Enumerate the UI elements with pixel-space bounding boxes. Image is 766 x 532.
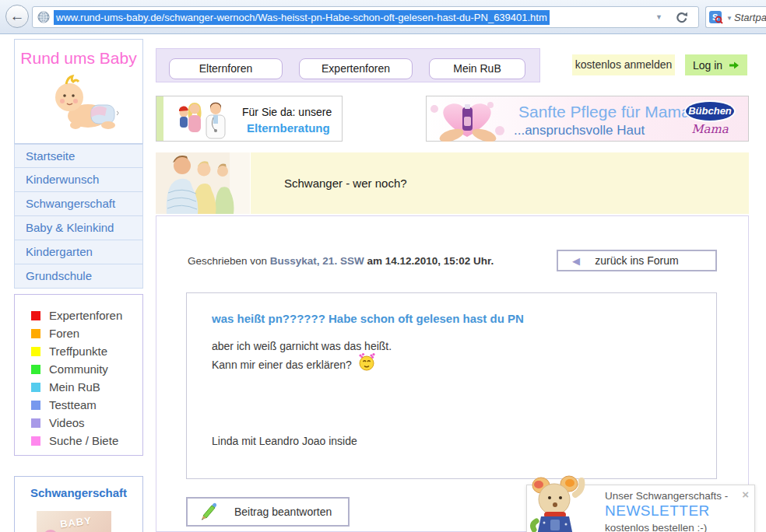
search-engine-label: Startpag (734, 12, 766, 23)
bullet-square-icon (31, 329, 40, 338)
login-label: Log in (693, 59, 722, 72)
back-arrow-icon: ← (10, 8, 25, 24)
search-input[interactable]: S ▼ Startpag (705, 6, 766, 28)
buebchen-brand-sub: Mama (686, 122, 734, 136)
plush-mouse-image (529, 474, 589, 532)
family-illustration (175, 99, 237, 141)
baby-logo-icon (43, 71, 121, 133)
bullet-square-icon (31, 401, 40, 410)
sidebar-nav: Startseite Kinderwunsch Schwangerschaft … (14, 144, 143, 289)
sidebar-item-schwangerschaft[interactable]: Schwangerschaft (14, 192, 143, 216)
login-arrow-icon (729, 61, 740, 70)
bullet-square-icon (31, 311, 40, 320)
newsletter-popup: Unser Schwangerschafts - NEWSLETTER kost… (526, 485, 755, 532)
newsletter-order-link[interactable]: kostenlos bestellen :-) (605, 522, 707, 532)
url-bar[interactable]: www.rund-ums-baby.de/schwanger-wernoch/W… (32, 6, 699, 28)
sidebar-item-kinderwunsch[interactable]: Kinderwunsch (14, 168, 143, 192)
url-dropdown-icon[interactable]: ▼ (655, 13, 662, 21)
login-button[interactable]: Log in (685, 54, 747, 75)
schwangerschaft-promo: Schwangerschaft BABY (14, 476, 143, 532)
search-engine-caret-icon[interactable]: ▼ (726, 15, 733, 22)
sidebar-item-baby-kleinkind[interactable]: Baby & Kleinkind (14, 216, 143, 240)
tab-mein-rub[interactable]: Mein RuB (429, 58, 525, 79)
tab-expertenforen[interactable]: Expertenforen (299, 58, 413, 79)
quicklinks-box: Expertenforen Foren Treffpunkte Communit… (14, 294, 143, 456)
buebchen-brand-logo: Bübchen (686, 102, 734, 121)
register-link[interactable]: kostenlos anmelden (572, 54, 675, 75)
banner-link-elternberatung[interactable]: Elternberatung (247, 121, 330, 135)
quicklink-suche-biete[interactable]: Suche / Biete (15, 432, 142, 450)
reply-button[interactable]: Beitrag beantworten (186, 497, 350, 527)
promo-image-text: BABY (59, 515, 92, 530)
site-logo[interactable]: Rund ums Baby (14, 39, 143, 144)
sidebar-item-kindergarten[interactable]: Kindergarten (14, 240, 143, 264)
forum-header-bar: Schwanger - wer noch? (251, 152, 749, 214)
browser-window: ← www.rund-ums-baby.de/schwanger-wernoch… (0, 0, 766, 532)
meta-timestamp: am 14.12.2010, 15:02 Uhr. (367, 255, 494, 267)
author-link[interactable]: Bussykat, 21. SSW (270, 255, 364, 267)
site-logo-text: Rund ums Baby (15, 49, 142, 68)
post-signature: Linda mit Leandro Joao inside (212, 435, 357, 447)
sidebar-item-startseite[interactable]: Startseite (14, 144, 143, 168)
post-text-line: Kann mir einer das erklären? (212, 359, 377, 371)
heart-hands-illustration (428, 98, 509, 142)
elternberatung-banner[interactable]: Für Sie da: unsere Elternberatung (156, 96, 343, 142)
back-triangle-icon: ◀ (572, 255, 580, 267)
pencil-icon (199, 502, 219, 523)
quicklink-mein-rub[interactable]: Mein RuB (15, 378, 142, 396)
bullet-square-icon (31, 365, 40, 374)
pregnant-women-photo (156, 152, 250, 214)
post-body-box: was heißt pn?????? Habe schon oft gelese… (186, 292, 717, 479)
ad-headline: Sanfte Pflege für Mamas (518, 103, 698, 121)
quicklink-videos[interactable]: Videos (15, 414, 142, 432)
close-icon[interactable]: × (742, 488, 749, 501)
buebchen-ad-banner[interactable]: Sanfte Pflege für Mamas ...anspruchsvoll… (426, 96, 749, 142)
banner-text-line1: Für Sie da: unsere (242, 106, 332, 118)
newsletter-text-line1: Unser Schwangerschafts - (605, 490, 728, 502)
globe-icon (37, 11, 50, 23)
bullet-square-icon (31, 347, 40, 356)
back-button[interactable]: ← (5, 5, 29, 28)
quicklink-testteam[interactable]: Testteam (15, 396, 142, 414)
url-text-selected: www.rund-ums-baby.de/schwanger-wernoch/W… (54, 10, 550, 25)
reload-icon[interactable] (675, 11, 689, 25)
promo-title[interactable]: Schwangerschaft (15, 486, 142, 499)
quicklink-treffpunkte[interactable]: Treffpunkte (15, 342, 142, 360)
forum-title: Schwanger - wer noch? (284, 177, 407, 190)
bullet-square-icon (31, 418, 40, 428)
meta-prefix: Geschrieben von (188, 255, 267, 267)
browser-toolbar: ← www.rund-ums-baby.de/schwanger-wernoch… (0, 0, 766, 34)
startpage-engine-icon[interactable]: S (709, 11, 723, 25)
smiley-flowers-icon (357, 352, 377, 371)
promo-image[interactable]: BABY (37, 511, 111, 532)
bullet-square-icon (31, 383, 40, 392)
bullet-square-icon (31, 436, 40, 446)
ad-subline: ...anspruchsvolle Haut (514, 123, 645, 138)
quicklink-expertenforen[interactable]: Expertenforen (15, 306, 142, 324)
post-title: was heißt pn?????? Habe schon oft gelese… (212, 312, 524, 325)
quicklink-community[interactable]: Community (15, 360, 142, 378)
back-to-forum-button[interactable]: ◀ zurück ins Forum (557, 250, 717, 271)
post-meta: Geschrieben von Bussykat, 21. SSW am 14.… (188, 255, 494, 267)
post-text-line: aber ich weiß garnicht was das heißt. (212, 340, 392, 352)
banner-green-strip (156, 96, 163, 141)
newsletter-link[interactable]: NEWSLETTER (605, 502, 710, 520)
tab-elternforen[interactable]: Elternforen (169, 58, 283, 79)
quicklink-foren[interactable]: Foren (15, 324, 142, 342)
sidebar-item-grundschule[interactable]: Grundschule (14, 264, 143, 289)
top-nav-bar: Elternforen Expertenforen Mein RuB (156, 48, 540, 82)
